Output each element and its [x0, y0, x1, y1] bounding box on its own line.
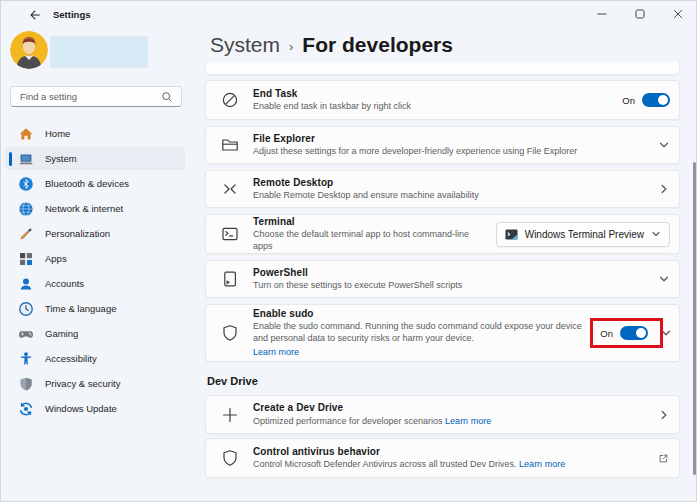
close-button[interactable] — [659, 0, 697, 28]
end-task-toggle[interactable] — [642, 93, 670, 107]
external-link-icon[interactable] — [657, 452, 670, 465]
titlebar: Settings — [0, 0, 697, 28]
section-title-dev-drive: Dev Drive — [207, 375, 258, 387]
settings-window: Settings — [0, 0, 697, 502]
sidebar: Home System Bluetooth & devices Network … — [0, 28, 200, 502]
sidebar-item-apps[interactable]: Apps — [5, 247, 185, 270]
chevron-right-icon[interactable] — [658, 409, 670, 421]
setting-title: File Explorer — [253, 133, 652, 144]
maximize-icon — [635, 9, 645, 19]
setting-description: Control Microsoft Defender Antivirus acr… — [253, 459, 517, 469]
setting-card-remote-desktop[interactable]: Remote Desktop Enable Remote Desktop and… — [205, 170, 680, 208]
breadcrumb: System › For developers — [210, 33, 453, 57]
search-box[interactable] — [10, 86, 182, 107]
remote-desktop-icon — [220, 179, 240, 199]
shield-icon — [220, 448, 240, 468]
breadcrumb-system[interactable]: System — [210, 33, 280, 57]
main-content: System › For developers End Task Enable … — [205, 28, 685, 502]
shield-gray-icon — [18, 376, 34, 392]
window-title: Settings — [53, 9, 90, 20]
bluetooth-icon — [18, 176, 34, 192]
search-input[interactable] — [11, 91, 161, 102]
learn-more-link[interactable]: Learn more — [253, 347, 299, 357]
sidebar-item-label: Time & language — [45, 303, 116, 314]
plus-icon — [220, 405, 240, 425]
back-button[interactable] — [24, 6, 44, 23]
setting-title: Create a Dev Drive — [253, 402, 652, 413]
setting-card-control-antivirus[interactable]: Control antivirus behavior Control Micro… — [205, 438, 680, 478]
toggle-knob — [658, 95, 668, 105]
sidebar-item-windows-update[interactable]: Windows Update — [5, 397, 185, 420]
toggle-state-label: On — [600, 328, 613, 339]
setting-title: Terminal — [253, 216, 490, 227]
person-avatar-icon — [10, 31, 48, 69]
terminal-app-dropdown[interactable]: Windows Terminal Preview — [496, 222, 670, 247]
setting-description: Enable end task in taskbar by right clic… — [253, 100, 616, 112]
setting-card-file-explorer[interactable]: File Explorer Adjust these settings for … — [205, 126, 680, 164]
setting-title: Enable sudo — [253, 308, 594, 319]
sidebar-item-label: Accounts — [45, 278, 84, 289]
sidebar-item-system[interactable]: System — [5, 147, 185, 170]
enable-sudo-toggle[interactable] — [620, 326, 648, 340]
sidebar-item-label: Accessibility — [45, 353, 97, 364]
network-globe-icon — [18, 201, 34, 217]
vertical-scrollbar[interactable] — [693, 162, 696, 475]
setting-description: Enable the sudo command. Running the sud… — [253, 320, 594, 344]
setting-card-powershell[interactable]: PowerShell Turn on these settings to exe… — [205, 260, 680, 298]
powershell-icon — [220, 269, 240, 289]
paintbrush-icon — [18, 226, 34, 242]
sidebar-item-label: Network & internet — [45, 203, 123, 214]
chevron-down-icon[interactable] — [658, 139, 670, 151]
minimize-icon — [597, 9, 607, 19]
setting-description: Enable Remote Desktop and ensure machine… — [253, 189, 652, 201]
minimize-button[interactable] — [583, 0, 621, 28]
sidebar-item-personalization[interactable]: Personalization — [5, 222, 185, 245]
chevron-right-icon[interactable] — [658, 183, 670, 195]
back-arrow-icon — [27, 8, 41, 22]
folder-icon — [220, 135, 240, 155]
setting-card-enable-sudo[interactable]: Enable sudo Enable the sudo command. Run… — [205, 304, 680, 362]
setting-title: Remote Desktop — [253, 177, 652, 188]
sidebar-item-gaming[interactable]: Gaming — [5, 322, 185, 345]
chevron-down-icon[interactable] — [658, 273, 670, 285]
sidebar-item-privacy-security[interactable]: Privacy & security — [5, 372, 185, 395]
setting-description: Optimized performance for developer scen… — [253, 416, 443, 426]
gamepad-icon — [18, 326, 34, 342]
user-name-redacted — [50, 36, 148, 68]
sidebar-item-time-language[interactable]: Time & language — [5, 297, 185, 320]
setting-card-create-dev-drive[interactable]: Create a Dev Drive Optimized performance… — [205, 395, 680, 434]
sidebar-item-label: Home — [45, 128, 70, 139]
learn-more-link[interactable]: Learn more — [519, 459, 565, 469]
sidebar-item-label: Personalization — [45, 228, 110, 239]
sidebar-item-label: Bluetooth & devices — [45, 178, 129, 189]
person-icon — [18, 276, 34, 292]
sidebar-item-accounts[interactable]: Accounts — [5, 272, 185, 295]
home-icon — [18, 126, 34, 142]
setting-title: Control antivirus behavior — [253, 446, 651, 457]
sidebar-item-label: Privacy & security — [45, 378, 121, 389]
clock-icon — [18, 301, 34, 317]
setting-description: Choose the default terminal app to host … — [253, 228, 490, 252]
setting-card-terminal[interactable]: Terminal Choose the default terminal app… — [205, 214, 680, 254]
dropdown-selected-value: Windows Terminal Preview — [525, 229, 644, 240]
sidebar-item-bluetooth-devices[interactable]: Bluetooth & devices — [5, 172, 185, 195]
setting-card-end-task[interactable]: End Task Enable end task in taskbar by r… — [205, 80, 680, 120]
sidebar-item-home[interactable]: Home — [5, 122, 185, 145]
windows-terminal-icon — [505, 228, 518, 241]
sidebar-item-label: Gaming — [45, 328, 78, 339]
system-icon — [18, 151, 34, 167]
learn-more-link[interactable]: Learn more — [445, 416, 491, 426]
chevron-down-icon[interactable] — [660, 327, 672, 339]
maximize-button[interactable] — [621, 0, 659, 28]
sidebar-item-network-internet[interactable]: Network & internet — [5, 197, 185, 220]
sidebar-item-label: System — [45, 153, 77, 164]
update-arrows-icon — [18, 401, 34, 417]
accessibility-person-icon — [18, 351, 34, 367]
user-avatar[interactable] — [10, 31, 48, 69]
chevron-down-icon — [651, 229, 661, 239]
sidebar-item-accessibility[interactable]: Accessibility — [5, 347, 185, 370]
sidebar-item-label: Windows Update — [45, 403, 117, 414]
setting-description: Turn on these settings to execute PowerS… — [253, 279, 652, 291]
sidebar-item-label: Apps — [45, 253, 67, 264]
search-icon — [161, 91, 173, 103]
